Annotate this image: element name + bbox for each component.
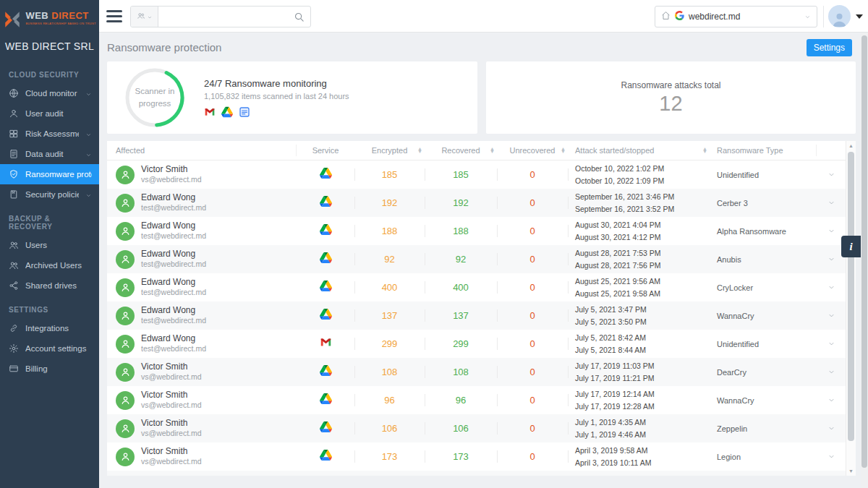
expand-row-chevron-icon[interactable] [827,338,835,351]
chevron-down-icon [804,10,811,23]
ransomware-type-cell: Legion [710,442,817,471]
scroll-down-icon[interactable]: ▼ [846,468,856,474]
domain-select[interactable]: webdirect.md [655,6,817,27]
column-header-affected: Affected [107,145,297,156]
expand-cell [817,442,846,471]
hamburger-menu-icon[interactable] [106,10,122,22]
logo-tagline: BUSINESS RELATIONSHIP BASED ON TRUST [25,22,95,25]
expand-row-chevron-icon[interactable] [827,197,835,210]
google-drive-icon [320,252,332,267]
expand-row-chevron-icon[interactable] [827,281,835,294]
service-cell [297,245,354,273]
sidebar-item-integrations[interactable]: Integrations [0,318,99,338]
google-drive-icon [320,280,332,295]
expand-row-chevron-icon[interactable] [827,394,835,407]
unrecovered-cell: 0 [497,414,568,442]
ransomware-type: Unidentified [717,171,759,179]
ransomware-type-cell [710,471,817,476]
affected-user-email: vs@webdirect.md [141,457,202,466]
sidebar-item-cloud-monitor[interactable]: Cloud monitor [0,83,99,103]
expand-row-chevron-icon[interactable] [827,422,835,435]
sidebar-item-billing[interactable]: Billing [0,359,99,379]
topbar-divider [823,6,824,27]
ransomware-type: WannaCry [717,312,754,320]
page-head: Ransomware protection Settings [107,33,856,61]
sidebar-item-archived-users[interactable]: Archived Users [0,255,99,275]
sidebar-item-users[interactable]: Users [0,235,99,255]
column-header-attack[interactable]: Attack started/stopped▲▼ [568,141,710,160]
google-drive-icon [221,106,233,118]
table-row: Victor Smithvs@webdirect.mdApril 2, 2019… [107,471,846,476]
settings-button[interactable]: Settings [807,39,852,56]
encrypted-count: 96 [384,395,394,406]
ransomware-type: DearCry [717,368,746,377]
sort-icon[interactable]: ▲▼ [702,147,707,154]
info-tab-button[interactable]: i [841,236,861,257]
sidebar-item-user-audit[interactable]: User audit [0,103,99,124]
expand-row-chevron-icon[interactable] [827,168,835,181]
ransomware-type-cell: WannaCry [710,301,817,330]
expand-row-chevron-icon[interactable] [827,366,835,379]
sort-icon[interactable]: ▲▼ [561,147,566,154]
user-avatar-icon [116,335,135,354]
attack-dates-cell: July 5, 2021 3:47 PMJuly 5, 2021 3:50 PM [568,301,710,330]
domain-name: webdirect.md [689,12,800,22]
expand-row-chevron-icon[interactable] [827,450,835,463]
sort-icon[interactable]: ▲▼ [417,147,422,154]
google-drive-icon [320,195,332,210]
attack-started: July 17, 2019 12:14 AM [575,388,655,400]
unrecovered-cell: 0 [497,189,568,217]
attack-stopped: July 17, 2019 11:21 PM [575,372,655,384]
attack-stopped: August 25, 2021 9:58 AM [575,288,660,299]
sidebar-item-label: User audit [25,109,92,118]
table-row: Edward Wongtest@webdirect.md1371370July … [107,301,846,330]
column-header-unrecovered[interactable]: Unrecovered▲▼ [497,141,568,160]
recovered-count: 188 [453,226,469,236]
attack-stopped: July 17, 2019 12:28 AM [575,401,655,412]
unrecovered-count: 0 [529,367,535,377]
user-menu[interactable] [828,5,863,27]
search-icon[interactable] [294,12,305,22]
affected-user-email: vs@webdirect.md [141,401,202,410]
chevron-down-icon [856,14,863,19]
ransomware-type-cell: CryLocker [710,273,817,301]
sidebar: WEB DIRECT BUSINESS RELATIONSHIP BASED O… [0,0,99,488]
search-scope-dropdown[interactable] [131,7,158,27]
sidebar-item-risk-assessment[interactable]: Risk Assessment [0,124,99,144]
expand-row-chevron-icon[interactable] [827,225,835,238]
sidebar-section-title: BACKUP & RECOVERY [0,205,99,235]
sidebar-item-data-audit[interactable]: Data audit [0,144,99,164]
sidebar-item-ransomware-protection[interactable]: Ransomware protection [0,164,99,184]
sidebar-item-account-settings[interactable]: Account settings [0,338,99,359]
column-header-recovered[interactable]: Recovered▲▼ [425,141,497,160]
affected-user-email: test@webdirect.md [141,203,206,213]
expand-row-chevron-icon[interactable] [827,253,835,266]
google-drive-icon [320,167,332,182]
sidebar-item-security-policies[interactable]: Security policies [0,184,99,205]
page-scrollbar[interactable] [861,33,868,488]
encrypted-count: 185 [382,169,398,180]
page-scrollbar-thumb[interactable] [861,35,867,468]
sidebar-item-shared-drives[interactable]: Shared drives [0,275,99,296]
attack-started: April 3, 2019 9:58 AM [575,445,651,456]
attacks-total-value: 12 [659,92,682,116]
sidebar-item-label: Ransomware protection [25,170,92,179]
users-icon [9,240,19,250]
sort-icon[interactable]: ▲▼ [490,147,495,154]
sidebar-item-label: Shared drives [25,281,92,290]
encrypted-cell: 106 [354,414,425,442]
grid-icon [9,129,19,139]
encrypted-cell: 96 [354,386,425,414]
sidebar-item-label: Billing [25,364,92,373]
user-avatar-icon [116,250,135,269]
scroll-up-icon[interactable]: ▲ [846,143,856,148]
encrypted-count: 299 [382,338,398,349]
column-header-encrypted[interactable]: Encrypted▲▼ [354,141,425,160]
encrypted-cell: 92 [354,245,425,273]
expand-row-chevron-icon[interactable] [827,309,835,322]
unrecovered-cell: 0 [497,273,568,301]
encrypted-count: 192 [382,197,398,208]
search-input[interactable] [158,7,310,27]
table-scrollbar-thumb[interactable] [848,152,854,441]
table-scrollbar[interactable]: ▲ ▼ [846,141,856,476]
